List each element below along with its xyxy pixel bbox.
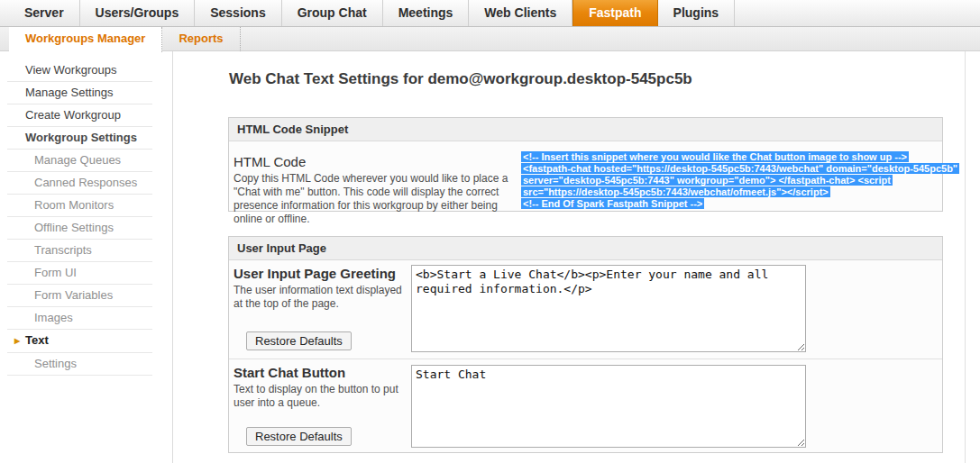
sidebar-item-label: Manage Settings	[25, 86, 114, 99]
nav-tab-label: Users/Groups	[96, 5, 179, 20]
nav-tab[interactable]: Fastpath	[572, 0, 657, 26]
html-code-label: HTML Code	[234, 154, 520, 169]
content-right-border	[965, 51, 966, 463]
sidebar-item-label: Transcripts	[34, 243, 92, 257]
nav-tab[interactable]: Users/Groups	[80, 0, 196, 26]
nav-tab-label: Group Chat	[298, 5, 367, 20]
nav-tab[interactable]: Server	[9, 0, 80, 26]
nav-tab-label: Web Clients	[484, 5, 556, 20]
sidebar-item[interactable]: Images	[7, 307, 152, 330]
sidebar-item[interactable]: ▶Text	[7, 330, 152, 353]
section-user-input: User Input Page User Input Page Greeting…	[228, 236, 943, 453]
sidebar-item[interactable]: Transcripts	[7, 240, 152, 262]
section-header: HTML Code Snippet	[229, 118, 942, 141]
main-nav-bar: Server Users/Groups Sessions Group Chat …	[0, 0, 980, 27]
nav-tab[interactable]: Sessions	[195, 0, 281, 26]
code-line: <fastpath-chat hosted="https://desktop-5…	[521, 163, 940, 175]
nav-tab[interactable]: Group Chat	[282, 0, 383, 26]
sidebar-item-label: View Workgroups	[25, 63, 116, 77]
subnav-tab-label: Workgroups Manager	[25, 32, 145, 45]
selected-arrow-icon: ▶	[14, 331, 25, 352]
sidebar-item-label: Text	[25, 333, 49, 347]
code-line: <!-- End Of Spark Fastpath Snippet -->	[521, 198, 940, 210]
sidebar-item[interactable]: Manage Queues	[7, 150, 152, 172]
startchat-description: Text to display on the button to put use…	[234, 383, 414, 410]
sidebar-item-label: Offline Settings	[34, 221, 114, 234]
page-title: Web Chat Text Settings for demo@workgrou…	[229, 70, 692, 88]
startchat-restore-button[interactable]: Restore Defaults	[246, 427, 352, 446]
sidebar-item[interactable]: Room Monitors	[7, 195, 152, 217]
subnav-tab[interactable]: Reports	[162, 27, 240, 51]
subnav-tab[interactable]: Workgroups Manager	[9, 27, 162, 52]
sidebar-item-label: Canned Responses	[34, 176, 137, 189]
code-line: server="desktop-545pc5b:7443" workgroup=…	[521, 175, 940, 186]
sidebar-item-label: Form Variables	[34, 288, 113, 302]
sidebar-item-label: Settings	[34, 357, 77, 370]
sub-nav-bar: Workgroups Manager Reports	[0, 27, 980, 51]
html-code-snippet[interactable]: <!-- Insert this snippet where you would…	[521, 151, 940, 210]
subnav-tab-label: Reports	[179, 32, 223, 45]
sidebar-item[interactable]: Create Workgroup	[7, 104, 152, 127]
sidebar-item-label: Workgroup Settings	[25, 131, 137, 144]
sidebar-item[interactable]: Canned Responses	[7, 172, 152, 195]
nav-tab[interactable]: Plugins	[658, 0, 736, 26]
sidebar-item-label: Room Monitors	[34, 198, 114, 212]
nav-tab-label: Plugins	[673, 5, 719, 20]
nav-tab[interactable]: Web Clients	[469, 0, 572, 26]
nav-tab-label: Fastpath	[589, 5, 641, 20]
section-html-snippet: HTML Code Snippet HTML Code Copy this HT…	[228, 117, 943, 212]
sidebar-item[interactable]: Workgroup Settings	[7, 127, 152, 150]
sidebar: View Workgroups Manage Settings Create W…	[0, 51, 173, 463]
nav-tab-label: Sessions	[210, 5, 265, 20]
greeting-textarea[interactable]: <b>Start a Live Chat</b><p>Enter your na…	[411, 265, 806, 352]
code-line: src="https://desktop-545pc5b:7443/webcha…	[521, 186, 940, 198]
sidebar-item[interactable]: Form UI	[7, 262, 152, 285]
sidebar-item-label: Form UI	[34, 266, 77, 279]
sidebar-item[interactable]: View Workgroups	[7, 59, 152, 82]
nav-tab-label: Server	[24, 5, 64, 20]
nav-tab[interactable]: Meetings	[383, 0, 470, 26]
startchat-row: Start Chat Button Text to display on the…	[229, 359, 942, 453]
sidebar-item[interactable]: Settings	[7, 353, 152, 376]
sidebar-item-label: Images	[34, 311, 73, 324]
sidebar-item[interactable]: Form Variables	[7, 285, 152, 307]
sidebar-item[interactable]: Manage Settings	[7, 82, 152, 104]
sidebar-item[interactable]: Offline Settings	[7, 217, 152, 240]
startchat-textarea[interactable]: Start Chat	[411, 365, 806, 448]
greeting-restore-button[interactable]: Restore Defaults	[246, 331, 352, 350]
code-line: <!-- Insert this snippet where you would…	[521, 151, 940, 163]
section-header: User Input Page	[229, 237, 942, 260]
nav-tab-label: Meetings	[398, 5, 453, 20]
greeting-row: User Input Page Greeting The user inform…	[229, 260, 942, 359]
sidebar-item-label: Create Workgroup	[25, 108, 121, 122]
html-code-description: Copy this HTML Code wherever you would l…	[234, 172, 520, 226]
greeting-description: The user information text displayed at t…	[234, 284, 414, 311]
startchat-label: Start Chat Button	[234, 365, 414, 380]
sidebar-item-label: Manage Queues	[34, 153, 121, 167]
greeting-label: User Input Page Greeting	[234, 266, 414, 281]
